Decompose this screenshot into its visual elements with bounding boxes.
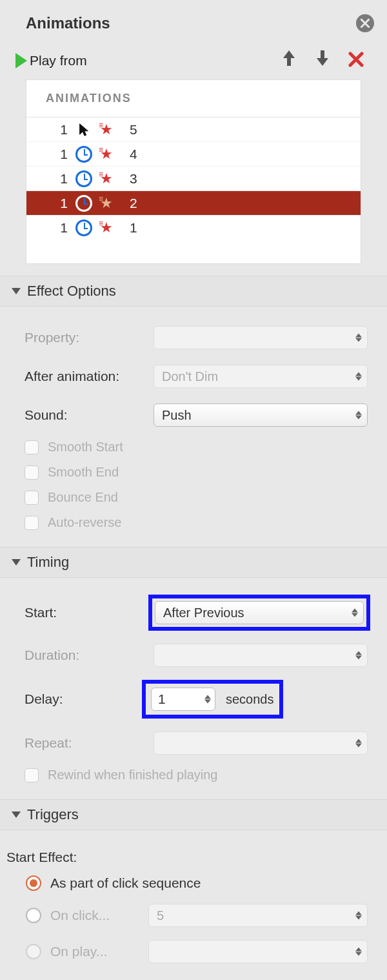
animation-order: 1 [50, 171, 68, 187]
animations-list: ANIMATIONS 1 ≡★ 5 1 ≡★ 4 1 ≡★ 3 1 ≡★ 2 1… [26, 79, 361, 264]
stepper-icon [355, 651, 362, 660]
triggers-title: Triggers [27, 806, 79, 823]
animation-order: 1 [50, 220, 68, 236]
effect-icon: ≡★ [97, 147, 119, 161]
effect-options-title: Effect Options [27, 283, 116, 300]
sound-value: Push [162, 408, 192, 423]
animation-order: 1 [50, 122, 68, 138]
animation-row[interactable]: 1 ≡★ 4 [26, 142, 361, 167]
on-click-target-value: 5 [157, 908, 164, 923]
delete-button[interactable] [343, 50, 369, 72]
click-trigger-icon [73, 123, 95, 137]
timing-title: Timing [27, 554, 69, 571]
stepper-icon [355, 948, 362, 956]
start-highlight: After Previous [148, 595, 370, 631]
start-select[interactable]: After Previous [155, 601, 364, 624]
after-animation-label: After animation: [25, 369, 154, 384]
clock-trigger-icon [73, 146, 95, 163]
animation-order: 1 [50, 147, 68, 162]
delay-unit: seconds [226, 692, 274, 707]
stepper-icon [355, 411, 362, 420]
animation-order: 1 [50, 196, 68, 211]
triggers-header[interactable]: Triggers [0, 799, 387, 830]
stepper-icon [355, 912, 362, 920]
on-play-target-select[interactable] [148, 940, 368, 963]
effect-options-body: Property: After animation: Don't Dim Sou… [0, 307, 387, 547]
repeat-select[interactable] [154, 731, 368, 755]
stepper-icon [352, 609, 358, 617]
arrow-up-icon [282, 49, 296, 67]
play-from-label: Play from [30, 53, 87, 68]
animation-label: 5 [130, 122, 137, 138]
animation-row[interactable]: 1 ≡★ 5 [26, 117, 361, 142]
rewind-row: Rewind when finished playing [25, 762, 368, 788]
sound-label: Sound: [25, 407, 154, 423]
effect-icon: ≡★ [97, 172, 119, 186]
duration-select[interactable] [154, 644, 368, 667]
animation-row[interactable]: 1 ≡★ 1 [26, 216, 361, 240]
close-button[interactable] [356, 14, 374, 32]
property-select[interactable] [154, 326, 368, 349]
effect-icon: ≡★ [97, 196, 119, 210]
animation-label: 2 [130, 196, 137, 211]
rewind-checkbox[interactable] [25, 768, 39, 782]
effect-icon: ≡★ [97, 123, 119, 137]
bounce-end-row: Bounce End [25, 485, 368, 510]
smooth-start-row: Smooth Start [25, 434, 368, 460]
play-from-button[interactable]: Play from [15, 53, 87, 68]
move-down-button[interactable] [310, 49, 335, 72]
animation-label: 3 [130, 171, 137, 187]
chevron-down-icon [12, 812, 21, 818]
property-label: Property: [25, 330, 154, 345]
arrow-down-icon [315, 49, 330, 67]
radio-click-sequence-label: As part of click sequence [50, 875, 201, 891]
animations-list-header: ANIMATIONS [26, 80, 361, 117]
start-effect-label: Start Effect: [6, 842, 368, 869]
after-animation-value: Don't Dim [162, 369, 218, 384]
radio-on-play[interactable] [26, 944, 41, 959]
auto-reverse-label: Auto-reverse [48, 515, 122, 530]
chevron-down-icon [12, 288, 21, 294]
trigger-on-click-row[interactable]: On click... 5 [6, 897, 368, 934]
animation-row[interactable]: 1 ≡★ 2 [26, 191, 361, 216]
chevron-down-icon [12, 559, 21, 566]
panel-title: Animations [26, 14, 110, 32]
triggers-body: Start Effect: As part of click sequence … [0, 830, 387, 980]
after-animation-select[interactable]: Don't Dim [154, 365, 368, 388]
panel-header: Animations [0, 0, 387, 48]
trigger-click-sequence-row[interactable]: As part of click sequence [6, 869, 368, 897]
on-click-target-select[interactable]: 5 [148, 904, 368, 927]
trigger-on-play-row[interactable]: On play... [6, 934, 368, 970]
delay-value: 1 [158, 691, 166, 707]
radio-on-click[interactable] [26, 908, 41, 923]
sound-select[interactable]: Push [154, 403, 368, 427]
bounce-end-checkbox[interactable] [25, 491, 39, 505]
smooth-start-checkbox[interactable] [25, 440, 39, 454]
stepper-icon [355, 334, 362, 342]
repeat-label: Repeat: [25, 735, 154, 751]
timing-body: Start: After Previous Duration: Delay: 1… [0, 578, 387, 799]
bounce-end-label: Bounce End [48, 490, 118, 505]
animation-label: 1 [130, 220, 137, 236]
timing-header[interactable]: Timing [0, 547, 387, 578]
delay-label: Delay: [25, 691, 154, 707]
rewind-label: Rewind when finished playing [48, 768, 218, 782]
stepper-icon [355, 373, 362, 381]
animations-toolbar: Play from [0, 48, 387, 79]
auto-reverse-checkbox[interactable] [25, 516, 39, 530]
animation-label: 4 [130, 147, 137, 162]
stepper-icon [204, 695, 211, 704]
effect-options-header[interactable]: Effect Options [0, 276, 387, 307]
x-icon [348, 52, 364, 67]
radio-click-sequence[interactable] [26, 875, 41, 891]
smooth-end-row: Smooth End [25, 460, 368, 485]
animation-row[interactable]: 1 ≡★ 3 [26, 167, 361, 191]
auto-reverse-row: Auto-reverse [25, 510, 368, 535]
clock-trigger-icon [73, 195, 95, 212]
delay-input[interactable]: 1 [151, 688, 215, 711]
smooth-end-checkbox[interactable] [25, 465, 39, 480]
smooth-start-label: Smooth Start [48, 440, 123, 454]
move-up-button[interactable] [276, 49, 302, 72]
duration-label: Duration: [25, 648, 154, 663]
effect-icon: ≡★ [97, 221, 119, 235]
